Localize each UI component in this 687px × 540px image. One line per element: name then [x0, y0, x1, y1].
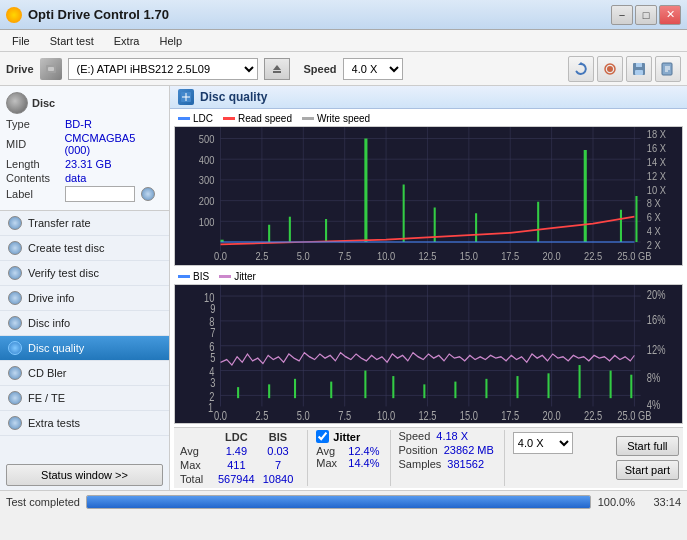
sidebar-label-extra-tests: Extra tests [28, 417, 80, 429]
sidebar-item-transfer-rate[interactable]: Transfer rate [0, 211, 169, 236]
action-buttons: Start full Start part [616, 430, 679, 486]
sidebar-item-fe-te[interactable]: FE / TE [0, 386, 169, 411]
svg-text:2.5: 2.5 [255, 409, 268, 423]
stats-max-label: Max [178, 458, 214, 472]
sidebar-item-cd-bler[interactable]: CD Bler [0, 361, 169, 386]
disc-icon [6, 92, 28, 114]
svg-text:4 X: 4 X [647, 226, 661, 238]
sidebar-label-verify-test: Verify test disc [28, 267, 99, 279]
sidebar-item-disc-info[interactable]: Disc info [0, 311, 169, 336]
sidebar-item-create-test-disc[interactable]: Create test disc [0, 236, 169, 261]
progress-bar-fill [87, 496, 590, 508]
chart1-svg: 500 400 300 200 100 18 X 16 X 14 X 12 X … [175, 127, 682, 265]
start-part-button[interactable]: Start part [616, 460, 679, 480]
disc-mid-value: CMCMAGBA5 (000) [64, 132, 163, 156]
disc-type-value: BD-R [65, 118, 92, 130]
start-full-button[interactable]: Start full [616, 436, 679, 456]
sidebar-label-drive-info: Drive info [28, 292, 74, 304]
status-window-button[interactable]: Status window >> [6, 464, 163, 486]
svg-rect-9 [635, 70, 643, 75]
position-value: 23862 MB [444, 444, 494, 456]
speed-select-stats[interactable]: 4.0 X [513, 432, 573, 454]
samples-label: Samples [399, 458, 442, 470]
disc-label-input[interactable] [65, 186, 135, 202]
sidebar-item-verify-test-disc[interactable]: Verify test disc [0, 261, 169, 286]
svg-rect-63 [325, 219, 327, 242]
svg-rect-120 [392, 376, 394, 398]
sidebar-item-disc-quality[interactable]: Disc quality [0, 336, 169, 361]
status-bar: Test completed 100.0% 33:14 [0, 490, 687, 512]
chart2: 10 8 6 4 2 9 7 5 3 1 20% 16% 12% 8% [174, 284, 683, 424]
eject-button[interactable] [264, 58, 290, 80]
svg-text:7: 7 [210, 326, 215, 340]
stats-area: LDC BIS Avg 1.49 0.03 Max 411 7 Total [174, 427, 683, 488]
menu-extra[interactable]: Extra [106, 33, 148, 49]
menu-start-test[interactable]: Start test [42, 33, 102, 49]
svg-rect-69 [584, 150, 587, 242]
speed-label: Speed [304, 63, 337, 75]
speed-value: 4.18 X [436, 430, 468, 442]
speed-label: Speed [399, 430, 431, 442]
svg-rect-128 [630, 375, 632, 398]
stats-total-label: Total [178, 472, 214, 486]
svg-text:10.0: 10.0 [377, 251, 396, 263]
drive-bar: Drive (E:) ATAPI iHBS212 2.5L09 Speed 4.… [0, 52, 687, 86]
disc-label-label: Label [6, 188, 61, 200]
legend-write-speed: Write speed [302, 113, 370, 124]
legend-bis-color [178, 275, 190, 278]
stats-max-ldc: 411 [214, 458, 259, 472]
jitter-checkbox[interactable] [316, 430, 329, 443]
svg-text:10 X: 10 X [647, 184, 667, 196]
stats-ldc-header: LDC [214, 430, 259, 444]
legend-read-speed-color [223, 117, 235, 120]
drive-select[interactable]: (E:) ATAPI iHBS212 2.5L09 [68, 58, 258, 80]
title-bar-left: Opti Drive Control 1.70 [6, 7, 169, 23]
svg-text:400: 400 [199, 154, 215, 166]
speed-select[interactable]: 4.0 X [343, 58, 403, 80]
svg-text:2.5: 2.5 [255, 251, 268, 263]
svg-rect-123 [485, 379, 487, 398]
speed-select-section: 4.0 X [504, 430, 573, 486]
disc-contents-row: Contents data [6, 172, 163, 184]
disc-label-icon [141, 187, 155, 201]
main-content: Disc Type BD-R MID CMCMAGBA5 (000) Lengt… [0, 86, 687, 490]
chart1: 500 400 300 200 100 18 X 16 X 14 X 12 X … [174, 126, 683, 266]
svg-text:8%: 8% [647, 370, 661, 384]
svg-text:300: 300 [199, 175, 215, 187]
maximize-button[interactable]: □ [635, 5, 657, 25]
jitter-label: Jitter [333, 431, 360, 443]
save-icon-btn[interactable] [626, 56, 652, 82]
drive-icon [40, 58, 62, 80]
samples-row: Samples 381562 [399, 458, 494, 470]
svg-rect-71 [635, 196, 637, 242]
svg-text:16 X: 16 X [647, 143, 667, 155]
svg-rect-127 [610, 371, 612, 399]
svg-rect-3 [273, 71, 281, 73]
menu-file[interactable]: File [4, 33, 38, 49]
refresh-icon-btn[interactable] [568, 56, 594, 82]
position-row: Position 23862 MB [399, 444, 494, 456]
svg-text:2 X: 2 X [647, 239, 661, 251]
window-controls: − □ ✕ [611, 5, 681, 25]
svg-text:16%: 16% [647, 312, 666, 326]
legend-read-speed-label: Read speed [238, 113, 292, 124]
close-button[interactable]: ✕ [659, 5, 681, 25]
nav-dot-extra-tests [8, 416, 22, 430]
minimize-button[interactable]: − [611, 5, 633, 25]
disc-contents-value: data [65, 172, 86, 184]
disc-label-row: Label [6, 186, 163, 202]
menu-help[interactable]: Help [151, 33, 190, 49]
jitter-header-row: Jitter [316, 430, 379, 443]
sidebar-item-extra-tests[interactable]: Extra tests [0, 411, 169, 436]
nav-dot-fe-te [8, 391, 22, 405]
svg-text:20.0: 20.0 [543, 409, 561, 423]
settings-icon-btn[interactable] [597, 56, 623, 82]
svg-rect-115 [237, 387, 239, 398]
svg-text:15.0: 15.0 [460, 251, 479, 263]
legend-bis: BIS [178, 271, 209, 282]
export-icon-btn[interactable] [655, 56, 681, 82]
app-icon [6, 7, 22, 23]
speed-row: Speed 4.18 X [399, 430, 494, 442]
sidebar-item-drive-info[interactable]: Drive info [0, 286, 169, 311]
svg-text:25.0 GB: 25.0 GB [617, 409, 651, 423]
